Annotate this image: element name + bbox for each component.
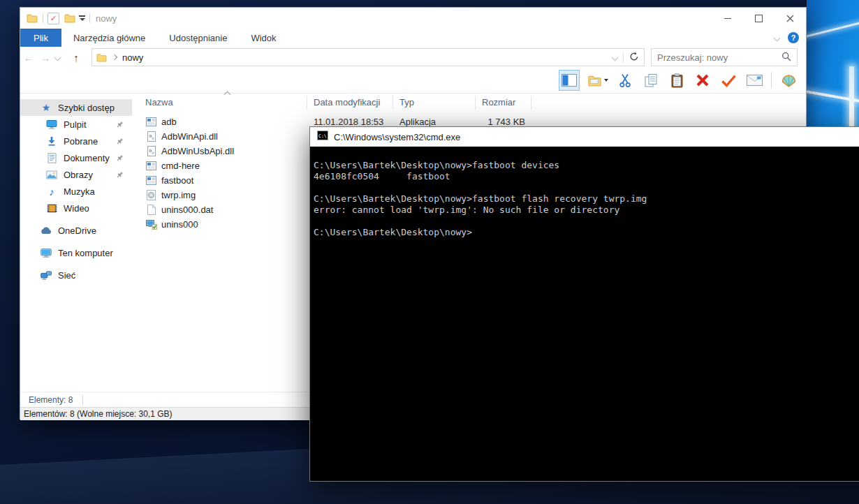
- cmd-prompt-line[interactable]: C:\Users\Bartek\Desktop\nowy>: [314, 227, 859, 238]
- quick-access-star-icon: ★: [40, 103, 52, 112]
- cmd-output: C:\Users\Bartek\Desktop\nowy>fastboot de…: [310, 147, 859, 238]
- navigation-pane: ★ Szybki dostęp Pulpit Pobrane: [20, 94, 132, 392]
- search-input[interactable]: [657, 52, 781, 63]
- documents-page-icon: [45, 153, 58, 163]
- tab-narzedzia-glowne[interactable]: Narzędzia główne: [61, 29, 157, 47]
- tab-udostepnianie[interactable]: Udostępnianie: [157, 29, 239, 47]
- sidebar-item-siec[interactable]: Sieć: [20, 267, 132, 283]
- cmd-line: error: cannot load 'twrp.img': No such f…: [314, 205, 859, 216]
- forward-arrow-icon[interactable]: →: [37, 52, 54, 63]
- search-box[interactable]: [651, 48, 798, 66]
- cmd-line: [314, 216, 859, 227]
- refresh-icon[interactable]: [629, 52, 639, 64]
- desktop-monitor-icon: [45, 119, 58, 129]
- sidebar-item-onedrive[interactable]: OneDrive: [20, 222, 132, 239]
- disc-image-icon: [145, 190, 157, 200]
- classic-shell-toolbar: [20, 68, 806, 94]
- email-envelope-icon[interactable]: [745, 70, 763, 91]
- navigation-pane-toggle-icon[interactable]: [559, 70, 580, 91]
- titlebar-separator: [89, 13, 90, 23]
- file-name: AdbWinApi.dll: [161, 131, 218, 142]
- music-note-icon: ♪: [45, 186, 58, 197]
- column-headers: Nazwa Data modyfikacji Typ Rozmiar: [132, 94, 806, 112]
- cmd-line: [314, 182, 859, 193]
- tab-widok[interactable]: Widok: [239, 29, 288, 47]
- file-name: AdbWinUsbApi.dll: [161, 146, 234, 156]
- explorer-titlebar[interactable]: ✓ nowy: [20, 8, 806, 29]
- tab-plik[interactable]: Plik: [20, 29, 61, 47]
- dat-file-icon: [145, 205, 157, 215]
- customize-quick-access-dropdown[interactable]: [79, 15, 85, 21]
- file-name: cmd-here: [161, 161, 200, 171]
- cmd-line: C:\Users\Bartek\Desktop\nowy>fastboot fl…: [314, 193, 859, 205]
- help-icon[interactable]: ?: [788, 32, 799, 43]
- cmd-window-title: C:\Windows\system32\cmd.exe: [334, 132, 460, 142]
- cmd-titlebar[interactable]: C:\ C:\Windows\system32\cmd.exe: [310, 127, 859, 147]
- sidebar-item-wideo[interactable]: Wideo: [20, 200, 132, 216]
- free-space-status: Elementów: 8 (Wolne miejsce: 30,1 GB): [24, 409, 172, 419]
- file-type: Aplikacja: [393, 117, 476, 127]
- new-folder-icon[interactable]: [587, 70, 608, 91]
- column-header-data-modyfikacji[interactable]: Data modyfikacji: [307, 96, 393, 110]
- recent-locations-chevron-icon[interactable]: [54, 54, 61, 61]
- window-title: nowy: [96, 13, 117, 24]
- sidebar-item-pulpit[interactable]: Pulpit: [20, 116, 132, 133]
- breadcrumb-chevron-icon[interactable]: [112, 54, 117, 60]
- item-count: Elementy: 8: [29, 395, 73, 405]
- uninstaller-icon: [145, 220, 157, 230]
- back-arrow-icon[interactable]: ←: [20, 52, 37, 63]
- column-header-typ[interactable]: Typ: [393, 96, 476, 110]
- toolbar-separator: [771, 72, 772, 89]
- caption-buttons: [712, 8, 806, 29]
- pin-icon[interactable]: [116, 170, 124, 181]
- select-check-icon[interactable]: [719, 70, 737, 91]
- sidebar-item-muzyka[interactable]: ♪ Muzyka: [20, 183, 132, 200]
- onedrive-cloud-icon: [40, 227, 52, 235]
- pictures-image-icon: [45, 170, 58, 179]
- search-icon[interactable]: [781, 52, 791, 64]
- wallpaper-vertical-beam: [849, 66, 854, 128]
- navigation-bar: ← → ↑ nowy: [20, 47, 806, 68]
- address-dropdown-chevron-icon[interactable]: [612, 54, 619, 61]
- video-film-icon: [45, 204, 58, 213]
- sidebar-item-ten-komputer[interactable]: Ten komputer: [20, 244, 132, 261]
- classic-shell-icon[interactable]: [779, 70, 798, 91]
- minimize-button[interactable]: [712, 8, 743, 29]
- pin-icon[interactable]: [116, 154, 124, 164]
- cmd-icon: C:\: [317, 131, 328, 143]
- file-name: unins000: [161, 219, 198, 230]
- ribbon-tabs: Plik Narzędzia główne Udostępnianie Wido…: [20, 29, 806, 47]
- this-pc-monitor-icon: [40, 249, 52, 258]
- file-date: 11.01.2018 18:53: [307, 117, 393, 127]
- network-monitors-icon: [40, 271, 52, 280]
- pin-icon[interactable]: [116, 120, 124, 131]
- sidebar-item-pobrane[interactable]: Pobrane: [20, 133, 132, 149]
- wallpaper-bright-corner: [807, 0, 859, 128]
- close-button[interactable]: [774, 8, 806, 29]
- breadcrumb[interactable]: nowy: [122, 52, 143, 63]
- status-separator: [82, 395, 83, 405]
- file-name: twrp.img: [161, 190, 196, 200]
- up-arrow-icon[interactable]: ↑: [66, 52, 87, 63]
- folder-icon[interactable]: [26, 12, 38, 24]
- sidebar-item-dokumenty[interactable]: Dokumenty: [20, 149, 132, 166]
- application-icon: [145, 176, 157, 185]
- sidebar-item-quick-access[interactable]: ★ Szybki dostęp: [20, 99, 132, 116]
- dropdown-caret-icon[interactable]: [604, 79, 608, 82]
- titlebar-separator: [43, 13, 43, 23]
- column-header-nazwa[interactable]: Nazwa: [132, 96, 307, 110]
- paste-clipboard-icon[interactable]: [668, 70, 686, 91]
- sidebar-item-obrazy[interactable]: Obrazy: [20, 166, 132, 183]
- delete-x-icon[interactable]: [693, 70, 712, 91]
- column-header-rozmiar[interactable]: Rozmiar: [476, 96, 531, 110]
- new-folder-icon[interactable]: [64, 12, 76, 24]
- collapse-ribbon-chevron-icon[interactable]: [774, 34, 781, 41]
- file-name: unins000.dat: [161, 205, 213, 215]
- maximize-button[interactable]: [743, 8, 774, 29]
- address-bar[interactable]: nowy: [91, 48, 645, 66]
- pin-icon[interactable]: [116, 137, 124, 147]
- properties-check-icon[interactable]: ✓: [47, 13, 59, 24]
- cut-scissors-icon[interactable]: [616, 70, 634, 91]
- application-icon: [145, 117, 157, 126]
- copy-icon[interactable]: [642, 70, 660, 91]
